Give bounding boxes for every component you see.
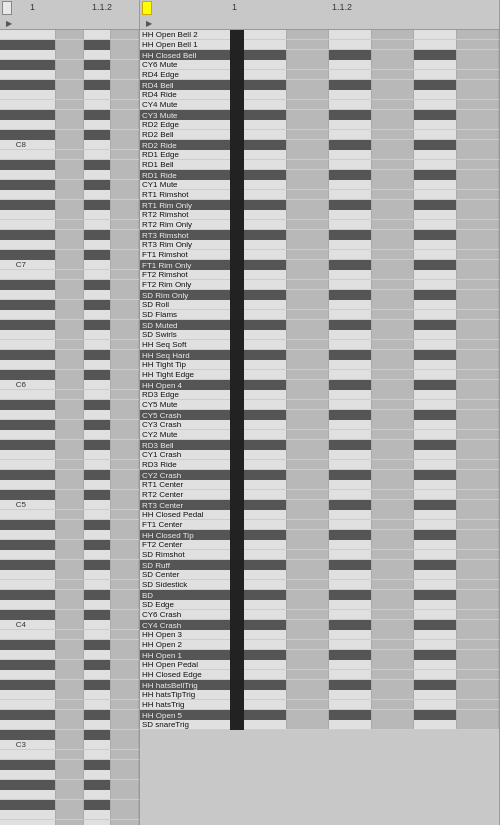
grid-col xyxy=(56,320,84,330)
note-grid xyxy=(28,780,139,790)
drum-grid-col xyxy=(287,480,330,489)
right-scroll-area[interactable]: HH Open Bell 2HH Open Bell 1HH Closed Be… xyxy=(140,30,499,825)
drum-indicator xyxy=(230,640,244,650)
grid-col xyxy=(111,570,139,579)
drum-grid-col xyxy=(457,290,500,300)
drum-grid-col xyxy=(329,360,372,369)
drum-indicator xyxy=(230,350,244,360)
left-note-row xyxy=(0,680,139,690)
drum-grid-col xyxy=(329,620,372,630)
grid-col xyxy=(28,640,56,650)
grid-col xyxy=(56,300,84,310)
drum-label: HH Closed Edge xyxy=(140,670,230,679)
grid-col xyxy=(111,430,139,439)
drum-grid xyxy=(244,400,499,409)
drum-grid-col xyxy=(244,320,287,330)
drum-grid-col xyxy=(329,400,372,409)
left-note-row xyxy=(0,60,139,70)
grid-col xyxy=(84,410,112,419)
drum-grid-col xyxy=(372,450,415,459)
drum-grid-col xyxy=(329,330,372,339)
drum-grid-col xyxy=(244,560,287,570)
note-grid xyxy=(28,110,139,120)
grid-col xyxy=(56,250,84,260)
grid-col xyxy=(56,470,84,480)
drum-grid-col xyxy=(414,330,457,339)
drum-row: SD Ruff xyxy=(140,560,499,570)
left-scroll-area[interactable]: C8C7C6C5C4C3C2C1C0C-1C-2 xyxy=(0,30,139,825)
drum-grid-col xyxy=(329,540,372,549)
drum-grid-col xyxy=(372,130,415,139)
drum-grid-col xyxy=(414,450,457,459)
drum-grid xyxy=(244,270,499,279)
drum-indicator xyxy=(230,480,244,490)
grid-col xyxy=(56,340,84,349)
drum-grid-col xyxy=(329,450,372,459)
grid-col xyxy=(111,580,139,589)
left-note-row xyxy=(0,460,139,470)
grid-col xyxy=(28,340,56,349)
drum-grid-col xyxy=(414,650,457,660)
grid-col xyxy=(56,330,84,339)
left-fold-button[interactable] xyxy=(2,1,12,15)
grid-col xyxy=(28,80,56,90)
drum-label: CY5 Mute xyxy=(140,400,230,409)
drum-grid-col xyxy=(414,510,457,519)
drum-row: CY4 Mute xyxy=(140,100,499,110)
grid-col xyxy=(84,800,112,810)
drum-grid-col xyxy=(414,610,457,619)
drum-grid-col xyxy=(244,670,287,679)
grid-col xyxy=(56,110,84,120)
grid-col xyxy=(84,640,112,650)
drum-grid-col xyxy=(287,400,330,409)
right-play-icon[interactable]: ▶ xyxy=(142,16,156,30)
grid-col xyxy=(84,210,112,219)
drum-grid-col xyxy=(414,480,457,489)
drum-grid xyxy=(244,90,499,99)
drum-grid-col xyxy=(457,410,500,420)
drum-grid-col xyxy=(372,640,415,649)
drum-grid xyxy=(244,120,499,129)
drum-grid xyxy=(244,410,499,420)
drum-grid-col xyxy=(287,150,330,159)
drum-grid-col xyxy=(244,100,287,109)
drum-row: SD Roll xyxy=(140,300,499,310)
grid-col xyxy=(28,220,56,229)
drum-grid-col xyxy=(244,270,287,279)
note-grid xyxy=(28,760,139,770)
drum-grid-col xyxy=(457,80,500,90)
drum-grid-col xyxy=(414,460,457,469)
note-grid xyxy=(28,630,139,639)
note-grid xyxy=(28,640,139,650)
right-fold-button[interactable] xyxy=(142,1,152,15)
note-grid xyxy=(28,430,139,439)
grid-col xyxy=(111,160,139,170)
drum-grid xyxy=(244,500,499,510)
drum-grid-col xyxy=(414,690,457,699)
drum-grid-col xyxy=(414,200,457,210)
grid-col xyxy=(28,770,56,779)
drum-grid xyxy=(244,380,499,390)
drum-grid xyxy=(244,460,499,469)
grid-col xyxy=(28,130,56,140)
drum-grid xyxy=(244,550,499,559)
drum-grid-col xyxy=(457,690,500,699)
drum-label: FT2 Rim Only xyxy=(140,280,230,289)
drum-grid-col xyxy=(457,150,500,159)
grid-col xyxy=(111,470,139,480)
grid-col xyxy=(28,780,56,790)
drum-grid-col xyxy=(457,510,500,519)
grid-col xyxy=(28,380,56,389)
drum-row: FT1 Center xyxy=(140,520,499,530)
grid-col xyxy=(56,50,84,59)
drum-grid-col xyxy=(287,290,330,300)
grid-col xyxy=(111,370,139,380)
grid-col xyxy=(56,790,84,799)
left-note-row xyxy=(0,90,139,100)
drum-indicator xyxy=(230,310,244,320)
drum-grid-col xyxy=(457,540,500,549)
grid-col xyxy=(56,810,84,819)
left-play-icon[interactable]: ▶ xyxy=(2,16,16,30)
drum-grid-col xyxy=(244,370,287,379)
grid-col xyxy=(111,350,139,360)
